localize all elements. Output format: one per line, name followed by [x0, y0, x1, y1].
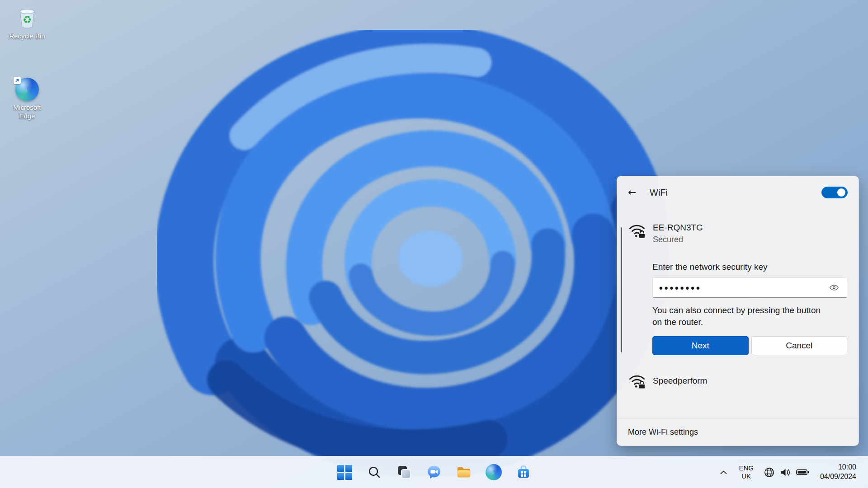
network-connect-form: Enter the network security key •••••••• … — [652, 261, 847, 355]
search-button[interactable] — [364, 462, 384, 482]
system-tray: ENG UK — [717, 456, 856, 488]
task-view-icon — [396, 465, 412, 480]
desktop-icon-recycle-bin[interactable]: ♻ Recycle Bin — [5, 5, 50, 41]
search-icon — [367, 465, 382, 480]
tray-status-icons[interactable] — [764, 467, 809, 478]
cancel-button[interactable]: Cancel — [751, 336, 848, 355]
language-indicator[interactable]: ENG UK — [739, 464, 754, 480]
router-button-hint: You can also connect by pressing the but… — [652, 305, 827, 328]
desktop-icon-label: Recycle Bin — [9, 32, 45, 41]
desktop-icon-label: Microsoft Edge — [6, 103, 48, 121]
clock-time: 10:00 — [820, 463, 856, 472]
network-name: Speedperform — [653, 372, 707, 389]
password-reveal-button[interactable] — [828, 283, 840, 292]
chevron-up-icon — [720, 470, 727, 474]
security-key-prompt: Enter the network security key — [652, 261, 847, 273]
start-button[interactable] — [335, 462, 354, 482]
form-buttons: Next Cancel — [652, 336, 847, 355]
wifi-secured-icon — [628, 372, 646, 389]
network-item-speedperform[interactable]: Speedperform — [617, 368, 859, 392]
language-code: ENG — [739, 464, 754, 472]
network-globe-icon — [764, 467, 775, 478]
chat-icon — [426, 465, 442, 480]
shortcut-arrow-icon — [15, 78, 19, 83]
wifi-panel-header: ← WiFi — [617, 176, 859, 209]
battery-icon — [796, 469, 809, 476]
password-masked-value: •••••••• — [659, 283, 702, 293]
edge-icon — [15, 78, 39, 101]
panel-title: WiFi — [650, 188, 668, 198]
windows-logo-icon — [337, 465, 352, 480]
language-region: UK — [739, 472, 754, 480]
svg-text:♻: ♻ — [23, 14, 32, 25]
network-item-ee-rqn3tg[interactable]: EE-RQN3TG Secured — [617, 219, 859, 248]
taskbar: ENG UK — [0, 456, 868, 488]
microsoft-store-button[interactable] — [514, 462, 533, 482]
back-arrow-icon: ← — [628, 187, 636, 198]
volume-icon — [780, 468, 791, 477]
network-text: EE-RQN3TG Secured — [653, 222, 703, 245]
tray-overflow-button[interactable] — [717, 467, 731, 478]
edge-icon — [486, 464, 502, 480]
password-input[interactable]: •••••••• — [652, 277, 847, 298]
toggle-knob — [837, 188, 845, 197]
desktop: ♻ Recycle Bin Microsoft Edge ← WiFi — [0, 0, 868, 488]
clock-date: 04/09/2024 — [820, 472, 856, 482]
more-wifi-settings-label: More Wi-Fi settings — [628, 427, 698, 437]
back-button[interactable]: ← — [628, 185, 644, 200]
shortcut-arrow-badge — [14, 77, 21, 84]
network-name: EE-RQN3TG — [653, 222, 703, 234]
task-view-button[interactable] — [394, 462, 414, 482]
chat-button[interactable] — [424, 462, 444, 482]
file-explorer-icon — [456, 465, 472, 480]
desktop-icon-microsoft-edge[interactable]: Microsoft Edge — [5, 78, 50, 121]
wifi-secured-icon — [628, 222, 646, 239]
taskbar-center-icons — [335, 456, 533, 488]
wifi-toggle[interactable] — [821, 187, 848, 198]
edge-taskbar-button[interactable] — [484, 462, 504, 482]
network-status: Secured — [653, 234, 703, 245]
eye-icon — [830, 285, 839, 291]
recycle-bin-icon: ♻ — [15, 5, 39, 30]
clock[interactable]: 10:00 04/09/2024 — [820, 463, 856, 482]
wifi-flyout: ← WiFi EE-RQN3TG Secured — [617, 176, 859, 446]
microsoft-store-icon — [516, 465, 531, 480]
next-button[interactable]: Next — [652, 336, 749, 355]
more-wifi-settings-link[interactable]: More Wi-Fi settings — [617, 418, 859, 446]
file-explorer-button[interactable] — [454, 462, 474, 482]
